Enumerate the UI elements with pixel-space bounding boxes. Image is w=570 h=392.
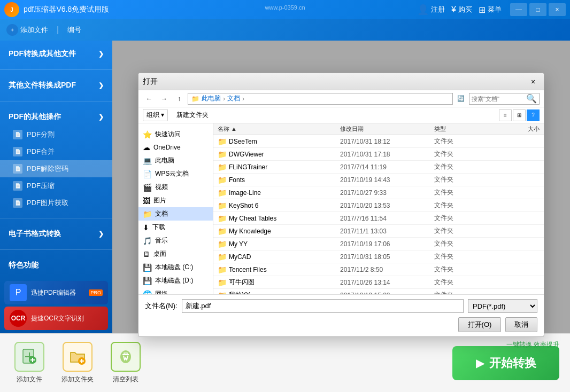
dialog-sidebar-item-drive-c[interactable]: 💾 本地磁盘 (C:) bbox=[138, 261, 213, 274]
clear-list-btn[interactable]: 清空列表 bbox=[107, 342, 144, 384]
path-pc[interactable]: 此电脑 bbox=[202, 94, 221, 103]
downloads-icon: ⬇ bbox=[143, 223, 149, 232]
folder-icon: 📁 bbox=[218, 163, 227, 171]
add-folder-label: 添加文件夹 bbox=[61, 375, 94, 384]
dialog-sidebar-item-downloads[interactable]: ⬇ 下载 bbox=[138, 221, 213, 234]
new-folder-btn[interactable]: 新建文件夹 bbox=[172, 109, 213, 121]
sidebar-section-pdf-to-other[interactable]: PDF转换成其他文件 ❯ bbox=[0, 45, 112, 63]
dialog-sidebar-item-music[interactable]: 🎵 音乐 bbox=[138, 234, 213, 247]
file-row[interactable]: 📁 我的YY 2017/10/19 15:22 文件夹 bbox=[213, 289, 544, 294]
col-name[interactable]: 名称 ▲ bbox=[213, 125, 336, 133]
sidebar-section-ebook[interactable]: 电子书格式转换 ❯ bbox=[0, 225, 112, 243]
ocr-icon: OCR bbox=[10, 310, 27, 327]
dialog-sidebar-item-wps[interactable]: 📄 WPS云文档 bbox=[138, 167, 213, 181]
path-breadcrumb: 📁 此电脑 › 文档 › bbox=[188, 93, 453, 105]
dialog-sidebar-item-network[interactable]: 🌐 网络 bbox=[138, 287, 213, 294]
nav-up-btn[interactable]: ↑ bbox=[173, 93, 186, 105]
maximize-btn[interactable]: □ bbox=[529, 3, 546, 16]
dialog-actionbar: 组织 ▾ 新建文件夹 ≡ ⊞ ? bbox=[138, 107, 544, 123]
view-controls: ≡ ⊞ ? bbox=[499, 109, 540, 121]
clear-label: 清空列表 bbox=[113, 375, 138, 384]
minimize-btn[interactable]: — bbox=[510, 3, 527, 16]
dialog-sidebar-item-drive-d[interactable]: 💾 本地磁盘 (D:) bbox=[138, 274, 213, 287]
add-file-btn[interactable]: 添加文件 bbox=[11, 342, 48, 384]
dialog-sidebar-item-quickaccess[interactable]: ⭐ 快速访问 bbox=[138, 128, 213, 141]
filename-input[interactable] bbox=[182, 299, 464, 313]
organize-btn[interactable]: 组织 ▾ bbox=[143, 109, 168, 121]
col-size[interactable]: 大小 bbox=[495, 125, 544, 133]
docs-icon: 📁 bbox=[143, 210, 152, 218]
wps-icon: 📄 bbox=[143, 170, 152, 178]
sidebar-section-other-to-pdf[interactable]: 其他文件转换成PDF ❯ bbox=[0, 76, 112, 95]
dialog-sidebar-item-docs[interactable]: 📁 文档 bbox=[138, 207, 213, 221]
file-row[interactable]: 📁 My Cheat Tables 2017/7/16 11:54 文件夹 bbox=[213, 212, 544, 225]
filename-label: 文件名(N): bbox=[145, 301, 178, 311]
folder-icon: 📁 bbox=[218, 137, 227, 146]
register-btn[interactable]: 👤 注册 bbox=[417, 4, 445, 15]
section3-arrow: ❯ bbox=[98, 113, 104, 121]
start-convert-btn[interactable]: ▶ 开始转换 bbox=[452, 346, 559, 380]
file-row[interactable]: 📁 KeyShot 6 2017/10/20 13:53 文件夹 bbox=[213, 199, 544, 212]
sidebar-item-split[interactable]: 📄 PDF分割 bbox=[0, 126, 112, 143]
file-row[interactable]: 📁 Tencent Files 2017/11/2 8:50 文件夹 bbox=[213, 263, 544, 276]
sort-icon: ▲ bbox=[231, 126, 237, 132]
dialog-sidebar-item-pictures[interactable]: 🖼 图片 bbox=[138, 194, 213, 207]
sidebar-section-4: 电子书格式转换 ❯ bbox=[0, 221, 112, 247]
file-row[interactable]: 📁 FLiNGTrainer 2017/7/14 11:19 文件夹 bbox=[213, 161, 544, 174]
menu-btn[interactable]: ⊞ 菜单 bbox=[479, 5, 502, 15]
search-input[interactable] bbox=[472, 96, 525, 102]
file-row[interactable]: 📁 My Knowledge 2017/11/1 13:03 文件夹 bbox=[213, 225, 544, 238]
sidebar-section-special[interactable]: 特色功能 bbox=[0, 256, 112, 275]
folder-icon: 📁 bbox=[218, 240, 227, 248]
promo-ocr[interactable]: OCR 捷速OCR文字识别 bbox=[4, 307, 108, 330]
file-row[interactable]: 📁 可牛闪图 2017/10/26 13:14 文件夹 bbox=[213, 276, 544, 289]
close-btn[interactable]: × bbox=[549, 3, 566, 16]
add-icon: ＋ bbox=[6, 24, 18, 36]
nav-forward-btn[interactable]: → bbox=[158, 93, 171, 105]
view-list-btn[interactable]: ≡ bbox=[499, 109, 512, 121]
sidebar-item-unlock[interactable]: 📄 PDF解除密码 bbox=[0, 160, 112, 177]
sidebar-item-merge[interactable]: 📄 PDF合并 bbox=[0, 143, 112, 160]
dialog-open-btn[interactable]: 打开(O) bbox=[458, 317, 501, 332]
dialog-sidebar-item-onedrive[interactable]: ☁ OneDrive bbox=[138, 141, 213, 154]
col-date[interactable]: 修改日期 bbox=[336, 125, 430, 133]
play-icon: ▶ bbox=[476, 357, 484, 370]
add-folder-btn[interactable]: 添加文件夹 bbox=[59, 342, 96, 384]
folder-icon: 📁 bbox=[218, 227, 227, 236]
path-docs[interactable]: 文档 bbox=[227, 94, 240, 103]
compress-icon: 📄 bbox=[13, 181, 22, 191]
file-row[interactable]: 📁 DSeeTem 2017/10/31 18:12 文件夹 bbox=[213, 135, 544, 148]
help-btn[interactable]: ? bbox=[527, 109, 540, 121]
dialog-cancel-btn[interactable]: 取消 bbox=[505, 317, 537, 332]
divider-1 bbox=[0, 69, 112, 70]
efficiency-text: 一键转换 效率提升 bbox=[506, 340, 559, 349]
add-file-label: 添加文件 bbox=[17, 375, 42, 384]
sidebar: PDF转换成其他文件 ❯ 其他文件转换成PDF ❯ PDF的其他操作 ❯ 📄 P… bbox=[0, 41, 112, 333]
divider-2 bbox=[0, 101, 112, 101]
add-file-header-btn[interactable]: ＋ 添加文件 bbox=[6, 24, 48, 36]
promo-pdf-editor[interactable]: P 迅捷PDF编辑器 PRO bbox=[4, 281, 108, 304]
view-icons-btn[interactable]: ⊞ bbox=[513, 109, 526, 121]
music-icon: 🎵 bbox=[143, 237, 152, 245]
sidebar-section-pdf-other-ops[interactable]: PDF的其他操作 ❯ bbox=[0, 108, 112, 126]
images-icon: 📄 bbox=[13, 198, 22, 208]
file-row[interactable]: 📁 DWGViewer 2017/10/31 17:18 文件夹 bbox=[213, 148, 544, 161]
dialog-close-btn[interactable]: × bbox=[527, 76, 540, 88]
add-folder-icon bbox=[63, 342, 93, 372]
sidebar-item-images[interactable]: 📄 PDF图片获取 bbox=[0, 194, 112, 211]
file-row[interactable]: 📁 My YY 2017/10/19 17:06 文件夹 bbox=[213, 238, 544, 250]
file-row[interactable]: 📁 Image-Line 2017/10/27 9:33 文件夹 bbox=[213, 186, 544, 199]
file-row[interactable]: 📁 MyCAD 2017/10/31 18:05 文件夹 bbox=[213, 250, 544, 263]
filetype-select[interactable]: PDF(*.pdf) bbox=[468, 299, 537, 313]
pictures-icon: 🖼 bbox=[143, 197, 150, 205]
dialog-sidebar-item-desktop[interactable]: 🖥 桌面 bbox=[138, 247, 213, 261]
clear-list-icon bbox=[111, 342, 141, 372]
col-type[interactable]: 类型 bbox=[430, 125, 496, 133]
dialog-sidebar-item-video[interactable]: 🎬 视频 bbox=[138, 181, 213, 194]
refresh-btn[interactable]: 🔄 bbox=[455, 93, 467, 105]
buy-btn[interactable]: ¥ 购买 bbox=[451, 5, 472, 14]
sidebar-item-compress[interactable]: 📄 PDF压缩 bbox=[0, 177, 112, 194]
file-row[interactable]: 📁 Fonts 2017/10/19 14:43 文件夹 bbox=[213, 174, 544, 186]
nav-back-btn[interactable]: ← bbox=[143, 93, 156, 105]
dialog-sidebar-item-pc[interactable]: 💻 此电脑 bbox=[138, 154, 213, 167]
